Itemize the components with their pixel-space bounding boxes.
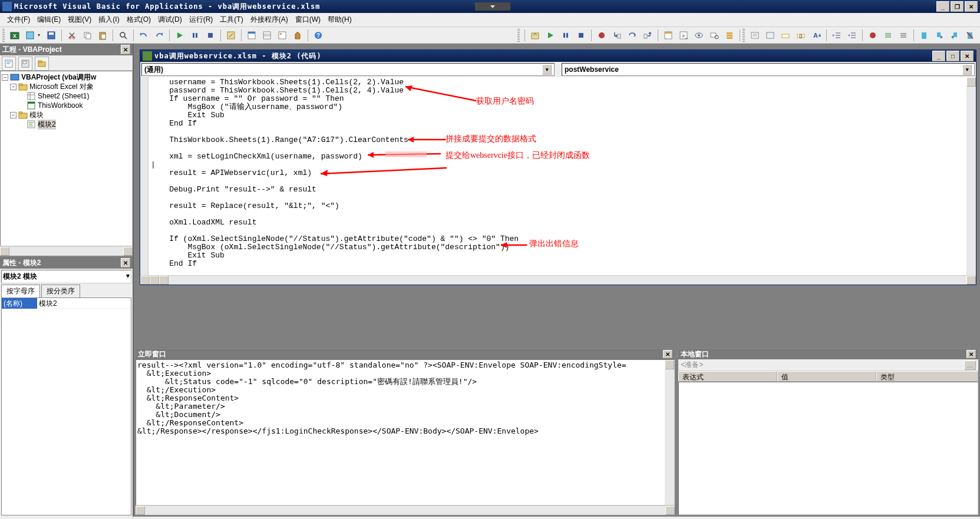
undo-icon[interactable] — [137, 28, 151, 42]
chevron-down-icon[interactable]: ▾ — [962, 64, 972, 75]
proc-view-icon[interactable] — [140, 276, 150, 285]
parameter-info-icon[interactable]: () — [794, 28, 808, 42]
chevron-down-icon[interactable]: ▾ — [126, 272, 130, 280]
locals-callstack-button[interactable]: ... — [964, 361, 976, 370]
bookmark-clear-icon[interactable] — [963, 28, 977, 42]
immediate-close-icon[interactable]: ✕ — [663, 350, 672, 358]
property-row[interactable]: (名称) 模块2 — [2, 298, 131, 309]
scroll-right-icon[interactable] — [966, 276, 976, 285]
project-explorer-icon[interactable] — [245, 28, 259, 42]
menu-run[interactable]: 运行(R) — [186, 14, 217, 26]
project-hscroll[interactable] — [0, 246, 133, 256]
uncomment-block-icon[interactable] — [896, 28, 910, 42]
help-icon[interactable]: ? — [311, 28, 325, 42]
break-icon[interactable] — [188, 28, 202, 42]
project-tree[interactable]: − VBAProject (vba调用w − Microsoft Excel 对… — [0, 71, 133, 246]
locals-window-icon[interactable] — [661, 28, 675, 42]
list-properties-icon[interactable] — [748, 28, 762, 42]
breakpoint-toggle-icon[interactable] — [866, 28, 880, 42]
indent-icon[interactable] — [830, 28, 844, 42]
reset-icon[interactable] — [203, 28, 217, 42]
insert-module-icon[interactable] — [23, 28, 37, 42]
break-icon-2[interactable] — [559, 28, 573, 42]
object-dropdown[interactable]: (通用) ▾ — [141, 63, 555, 76]
locals-close-icon[interactable]: ✕ — [966, 350, 976, 358]
redo-icon[interactable] — [152, 28, 166, 42]
minimize-button[interactable]: _ — [936, 1, 949, 12]
outdent-icon[interactable] — [845, 28, 859, 42]
view-object-icon[interactable] — [18, 57, 32, 71]
code-vscroll[interactable] — [966, 77, 976, 275]
tree-root[interactable]: − VBAProject (vba调用w — [2, 72, 131, 82]
chevron-down-icon[interactable]: ▾ — [542, 64, 552, 75]
immediate-text[interactable]: result--><?xml version="1.0" encoding="u… — [136, 360, 665, 505]
call-stack-icon[interactable] — [722, 28, 737, 42]
tab-categorized[interactable]: 按分类序 — [41, 285, 80, 297]
tree-thisworkbook[interactable]: ThisWorkbook — [2, 101, 131, 110]
insert-dropdown[interactable]: ▾ — [38, 32, 44, 38]
bookmark-prev-icon[interactable] — [948, 28, 962, 42]
menu-addins[interactable]: 外接程序(A) — [247, 14, 292, 26]
copy-icon[interactable] — [80, 28, 94, 42]
object-browser-icon[interactable] — [275, 28, 289, 42]
design-mode-icon[interactable] — [224, 28, 238, 42]
tree-excel-objects[interactable]: − Microsoft Excel 对象 — [2, 82, 131, 91]
scroll-left-icon[interactable] — [136, 506, 145, 515]
toolbox-icon[interactable] — [291, 28, 305, 42]
properties-object-combo[interactable]: 模块2 模块 ▾ — [1, 270, 131, 283]
code-margin[interactable] — [140, 77, 149, 275]
scroll-right-icon[interactable] — [123, 247, 133, 256]
immediate-window-icon[interactable]: >_ — [677, 28, 691, 42]
code-editor[interactable]: username = ThisWorkbook.Sheets(1).Cells(… — [140, 77, 976, 275]
code-close-button[interactable]: ✕ — [961, 51, 974, 61]
quick-watch-icon[interactable] — [707, 28, 721, 42]
tree-modules[interactable]: − 模块 — [2, 110, 131, 120]
comment-block-icon[interactable] — [881, 28, 895, 42]
step-out-icon[interactable] — [641, 28, 655, 42]
menu-insert[interactable]: 插入(I) — [95, 14, 123, 26]
expander-icon[interactable]: − — [10, 112, 17, 118]
properties-close-icon[interactable]: ✕ — [121, 258, 130, 267]
restore-button[interactable]: ❐ — [951, 1, 963, 12]
find-icon[interactable] — [116, 28, 130, 42]
code-minimize-button[interactable]: _ — [932, 51, 945, 61]
code-text[interactable]: username = ThisWorkbook.Sheets(1).Cells(… — [149, 77, 966, 275]
title-center-dropdown[interactable] — [475, 2, 510, 11]
properties-window-icon[interactable] — [260, 28, 274, 42]
complete-word-icon[interactable]: A+ — [809, 28, 823, 42]
close-button[interactable]: ✕ — [965, 1, 978, 12]
watch-window-icon[interactable] — [692, 28, 706, 42]
menu-view[interactable]: 视图(V) — [64, 14, 95, 26]
toggle-folders-icon[interactable] — [35, 57, 49, 71]
expander-icon[interactable]: − — [2, 74, 8, 81]
full-view-icon[interactable] — [150, 276, 159, 285]
tree-module2[interactable]: 模块2 — [2, 120, 131, 129]
immediate-vscroll[interactable] — [665, 360, 674, 505]
scroll-up-icon[interactable] — [966, 77, 976, 87]
menu-format[interactable]: 格式(O) — [123, 14, 154, 26]
immediate-hscroll[interactable] — [136, 505, 675, 515]
toolbar-grip-3[interactable] — [743, 29, 745, 42]
paste-icon[interactable] — [95, 28, 110, 42]
step-into-icon[interactable] — [610, 28, 624, 42]
reset-icon-2[interactable] — [574, 28, 588, 42]
scroll-left-icon[interactable] — [159, 276, 169, 285]
property-value[interactable]: 模块2 — [37, 298, 131, 309]
code-maximize-button[interactable]: □ — [946, 51, 959, 61]
save-icon[interactable] — [44, 28, 58, 42]
toggle-breakpoint-icon[interactable] — [595, 28, 609, 42]
run-icon[interactable] — [173, 28, 187, 42]
scroll-left-icon[interactable] — [0, 247, 9, 256]
menu-debug[interactable]: 调试(D) — [154, 14, 186, 26]
bookmark-next-icon[interactable] — [932, 28, 946, 42]
toolbar-grip[interactable] — [2, 29, 5, 42]
cut-icon[interactable] — [65, 28, 79, 42]
compile-icon[interactable] — [528, 28, 542, 42]
view-excel-icon[interactable]: X — [8, 28, 22, 42]
scroll-right-icon[interactable] — [665, 506, 675, 515]
menu-edit[interactable]: 编辑(E) — [34, 14, 64, 26]
immediate-body[interactable]: result--><?xml version="1.0" encoding="u… — [136, 359, 675, 505]
bookmark-toggle-icon[interactable] — [917, 28, 931, 42]
tab-alphabetic[interactable]: 按字母序 — [1, 285, 40, 297]
locals-col-val[interactable]: 值 — [777, 371, 876, 382]
